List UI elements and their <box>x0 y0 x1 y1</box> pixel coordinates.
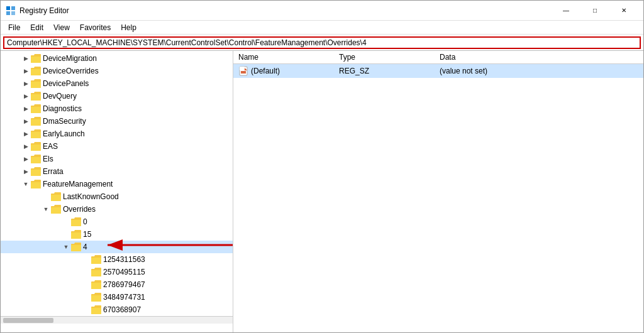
tree-label: FeatureManagement <box>43 180 113 188</box>
window-controls: — □ ✕ <box>552 1 638 21</box>
expander-devicemigration[interactable]: ▶ <box>21 53 31 63</box>
tree-item-dmasecurity[interactable]: ▶ DmaSecurity <box>1 115 233 128</box>
tree-container: ▶ DeviceMigration ▶ DeviceOverrides <box>1 52 233 316</box>
expander-errata[interactable]: ▶ <box>21 166 31 177</box>
svg-rect-1 <box>11 6 15 10</box>
expander-dmasecurity[interactable]: ▶ <box>21 116 31 126</box>
tree-item-devicemigration[interactable]: ▶ DeviceMigration <box>1 52 233 65</box>
expander-670368907: ▶ <box>81 305 91 315</box>
tree-label: 3484974731 <box>103 293 145 302</box>
expander-featuremanagement[interactable]: ▼ <box>21 179 31 189</box>
tree-label: LastKnownGood <box>63 192 119 201</box>
menu-view[interactable]: View <box>48 22 75 33</box>
tree-item-15[interactable]: ▶ 15 <box>1 228 233 241</box>
tree-label: 2786979467 <box>103 280 145 289</box>
tree-item-featuremanagement[interactable]: ▼ FeatureManagement <box>1 178 233 190</box>
tree-label: EAS <box>43 142 58 151</box>
tree-item-670368907[interactable]: ▶ 670368907 <box>1 303 233 316</box>
tree-label: DevQuery <box>43 92 77 101</box>
tree-label: 0 <box>83 217 87 226</box>
tree-label: DeviceMigration <box>43 54 97 63</box>
expander-diagnostics[interactable]: ▶ <box>21 104 31 114</box>
tree-label: DmaSecurity <box>43 117 86 126</box>
detail-pane: Name Type Data <box>233 51 643 332</box>
expander-2786979467: ▶ <box>81 280 91 290</box>
maximize-button[interactable]: □ <box>580 1 609 21</box>
menu-edit[interactable]: Edit <box>25 22 48 33</box>
svg-rect-3 <box>11 11 15 15</box>
tree-item-deviceoverrides[interactable]: ▶ DeviceOverrides <box>1 65 233 77</box>
tree-item-3484974731[interactable]: ▶ 3484974731 <box>1 291 233 303</box>
registry-editor-window: Registry Editor — □ ✕ File Edit View Fav… <box>0 0 644 333</box>
tree-label: 15 <box>83 230 91 239</box>
detail-header-row: Name Type Data <box>233 51 643 64</box>
col-data: Data <box>435 51 643 64</box>
menu-file[interactable]: File <box>3 22 25 33</box>
svg-rect-2 <box>6 11 10 15</box>
tree-item-eas[interactable]: ▶ EAS <box>1 140 233 153</box>
expander-2570495115: ▶ <box>81 267 91 277</box>
expander-15: ▶ <box>61 229 71 239</box>
tree-label: Diagnostics <box>43 104 82 113</box>
tree-label: EarlyLaunch <box>43 129 85 138</box>
tree-label: Els <box>43 155 53 163</box>
tree-item-0[interactable]: ▶ 0 <box>1 216 233 228</box>
tree-scrollbar[interactable] <box>1 316 233 324</box>
expander-overrides[interactable]: ▼ <box>41 204 51 214</box>
title-bar: Registry Editor — □ ✕ <box>1 1 643 21</box>
tree-item-4[interactable]: ▼ 4 <box>1 241 233 253</box>
tree-label: 670368907 <box>103 305 141 314</box>
detail-row-default[interactable]: (Default) REG_SZ (value not set) <box>233 64 643 79</box>
menu-help[interactable]: Help <box>116 22 142 33</box>
content-area: ▶ DeviceMigration ▶ DeviceOverrides <box>1 51 643 332</box>
expander-devicepanels[interactable]: ▶ <box>21 79 31 89</box>
close-button[interactable]: ✕ <box>609 1 638 21</box>
tree-label: DeviceOverrides <box>43 67 99 75</box>
tree-label: 4 <box>83 243 87 251</box>
tree-label: DevicePanels <box>43 79 89 88</box>
tree-label: 1254311563 <box>103 255 145 264</box>
tree-item-els[interactable]: ▶ Els <box>1 153 233 165</box>
address-input[interactable] <box>3 36 641 49</box>
menu-bar: File Edit View Favorites Help <box>1 21 643 35</box>
default-value-icon <box>238 66 248 76</box>
tree-item-earlylaunch[interactable]: ▶ EarlyLaunch <box>1 128 233 140</box>
tree-item-1254311563[interactable]: ▶ 1254311563 <box>1 253 233 266</box>
tree-scrollbar-thumb[interactable] <box>3 318 53 323</box>
col-name: Name <box>233 51 334 64</box>
svg-rect-0 <box>6 6 10 10</box>
expander-eas[interactable]: ▶ <box>21 141 31 151</box>
window-title: Registry Editor <box>19 6 552 15</box>
expander-els[interactable]: ▶ <box>21 154 31 164</box>
expander-devquery[interactable]: ▶ <box>21 91 31 101</box>
detail-cell-name: (Default) <box>233 64 334 78</box>
expander-3484974731: ▶ <box>81 292 91 302</box>
address-bar <box>1 35 643 51</box>
tree-item-overrides[interactable]: ▼ Overrides <box>1 203 233 216</box>
col-type: Type <box>334 51 435 64</box>
detail-cell-data: (value not set) <box>435 64 643 79</box>
tree-pane[interactable]: ▶ DeviceMigration ▶ DeviceOverrides <box>1 51 233 332</box>
detail-cell-type: REG_SZ <box>334 64 435 79</box>
tree-item-devquery[interactable]: ▶ DevQuery <box>1 90 233 102</box>
tree-label: 2570495115 <box>103 268 145 276</box>
tree-item-devicepanels[interactable]: ▶ DevicePanels <box>1 77 233 90</box>
tree-item-lastknowngood[interactable]: ▶ LastKnownGood <box>1 190 233 203</box>
expander-0: ▶ <box>61 217 71 227</box>
expander-4[interactable]: ▼ <box>61 242 71 252</box>
tree-label: Errata <box>43 167 64 176</box>
tree-item-2786979467[interactable]: ▶ 2786979467 <box>1 278 233 291</box>
minimize-button[interactable]: — <box>552 1 580 21</box>
tree-item-2570495115[interactable]: ▶ 2570495115 <box>1 266 233 278</box>
expander-earlylaunch[interactable]: ▶ <box>21 129 31 139</box>
detail-table: Name Type Data <box>233 51 643 78</box>
expander-1254311563: ▶ <box>81 254 91 265</box>
tree-item-errata[interactable]: ▶ Errata <box>1 165 233 178</box>
svg-rect-8 <box>240 67 245 70</box>
expander-lastknowngood: ▶ <box>41 192 51 202</box>
expander-deviceoverrides[interactable]: ▶ <box>21 66 31 76</box>
tree-item-diagnostics[interactable]: ▶ Diagnostics <box>1 102 233 115</box>
menu-favorites[interactable]: Favorites <box>75 22 116 33</box>
app-icon <box>6 6 16 16</box>
tree-label: Overrides <box>63 205 96 214</box>
